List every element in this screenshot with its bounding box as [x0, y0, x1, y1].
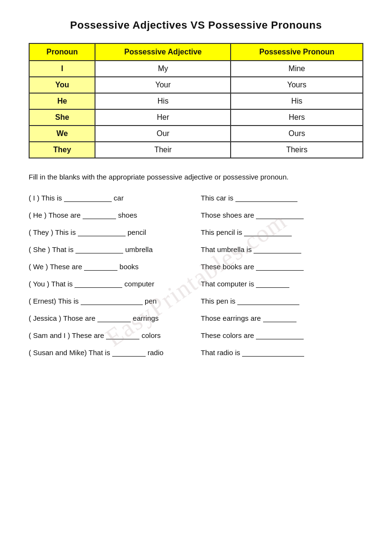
left-blank-4 [84, 262, 117, 271]
exercise-right-3: That umbrella is [201, 245, 364, 253]
exercise-row: ( Susan and Mike) That is radioThat radi… [29, 348, 363, 357]
col-header-2: Possessive Pronoun [231, 43, 363, 61]
table-cell-2-1: His [95, 93, 231, 109]
table-cell-5-2: Theirs [231, 142, 363, 158]
right-blank-0 [235, 193, 297, 202]
right-blank-5 [256, 279, 289, 288]
exercise-row: ( I ) This is carThis car is [29, 193, 363, 202]
right-blank-7 [263, 314, 297, 322]
left-blank-5 [74, 279, 122, 288]
exercise-right-7: Those earrings are [201, 314, 364, 322]
left-blank-7 [97, 314, 131, 322]
grammar-table: PronounPossessive AdjectivePossessive Pr… [29, 43, 363, 158]
exercise-right-5: That computer is [201, 279, 364, 288]
left-blank-3 [75, 245, 123, 253]
exercise-right-9: That radio is [201, 348, 364, 357]
table-cell-4-2: Ours [231, 126, 363, 142]
exercise-row: ( He ) Those are shoesThose shoes are [29, 211, 363, 219]
exercise-row: ( Jessica ) Those are earringsThose earr… [29, 314, 363, 322]
left-blank-9 [112, 348, 146, 357]
left-blank-6 [81, 296, 143, 305]
left-blank-8 [106, 331, 139, 339]
left-blank-1 [83, 211, 116, 219]
exercise-left-2: ( They ) This is pencil [29, 228, 191, 236]
table-cell-4-1: Our [95, 126, 231, 142]
table-cell-1-2: Yours [231, 77, 363, 93]
exercises-container: ( I ) This is carThis car is ( He ) Thos… [29, 193, 363, 357]
exercise-left-9: ( Susan and Mike) That is radio [29, 348, 191, 357]
exercise-row: ( We ) These are booksThese books are [29, 262, 363, 271]
exercise-left-7: ( Jessica ) Those are earrings [29, 314, 191, 322]
right-blank-2 [244, 228, 292, 236]
table-cell-4-0: We [29, 126, 95, 142]
table-cell-3-2: Hers [231, 109, 363, 126]
exercise-row: ( You ) That is computerThat computer is [29, 279, 363, 288]
exercise-left-6: ( Ernest) This is pen [29, 296, 191, 305]
page-title: Possessive Adjectives VS Possessive Pron… [29, 19, 363, 32]
table-cell-0-1: My [95, 61, 231, 77]
table-cell-3-1: Her [95, 109, 231, 126]
left-blank-0 [64, 193, 112, 202]
exercise-left-0: ( I ) This is car [29, 193, 191, 202]
table-cell-0-2: Mine [231, 61, 363, 77]
right-blank-3 [254, 245, 301, 253]
right-blank-6 [237, 296, 299, 305]
table-cell-1-1: Your [95, 77, 231, 93]
col-header-1: Possessive Adjective [95, 43, 231, 61]
exercise-right-0: This car is [201, 193, 364, 202]
exercise-right-1: Those shoes are [201, 211, 364, 219]
table-cell-5-1: Their [95, 142, 231, 158]
exercise-right-6: This pen is [201, 296, 364, 305]
table-cell-3-0: She [29, 109, 95, 126]
exercise-row: ( She ) That is umbrellaThat umbrella is [29, 245, 363, 253]
left-blank-2 [78, 228, 126, 236]
exercise-right-2: This pencil is [201, 228, 364, 236]
exercise-left-4: ( We ) These are books [29, 262, 191, 271]
table-cell-2-2: His [231, 93, 363, 109]
exercise-row: ( Sam and I ) These are colorsThese colo… [29, 331, 363, 339]
right-blank-8 [256, 331, 304, 339]
table-cell-1-0: You [29, 77, 95, 93]
exercise-left-1: ( He ) Those are shoes [29, 211, 191, 219]
col-header-0: Pronoun [29, 43, 95, 61]
right-blank-9 [242, 348, 304, 357]
instructions: Fill in the blanks with the appropriate … [29, 172, 363, 183]
exercise-right-8: These colors are [201, 331, 364, 339]
exercise-row: ( They ) This is pencilThis pencil is [29, 228, 363, 236]
table-cell-2-0: He [29, 93, 95, 109]
exercise-left-3: ( She ) That is umbrella [29, 245, 191, 253]
exercise-left-8: ( Sam and I ) These are colors [29, 331, 191, 339]
table-cell-5-0: They [29, 142, 95, 158]
exercise-left-5: ( You ) That is computer [29, 279, 191, 288]
table-cell-0-0: I [29, 61, 95, 77]
exercise-row: ( Ernest) This is penThis pen is [29, 296, 363, 305]
exercise-right-4: These books are [201, 262, 364, 271]
right-blank-1 [256, 211, 304, 219]
right-blank-4 [256, 262, 304, 271]
